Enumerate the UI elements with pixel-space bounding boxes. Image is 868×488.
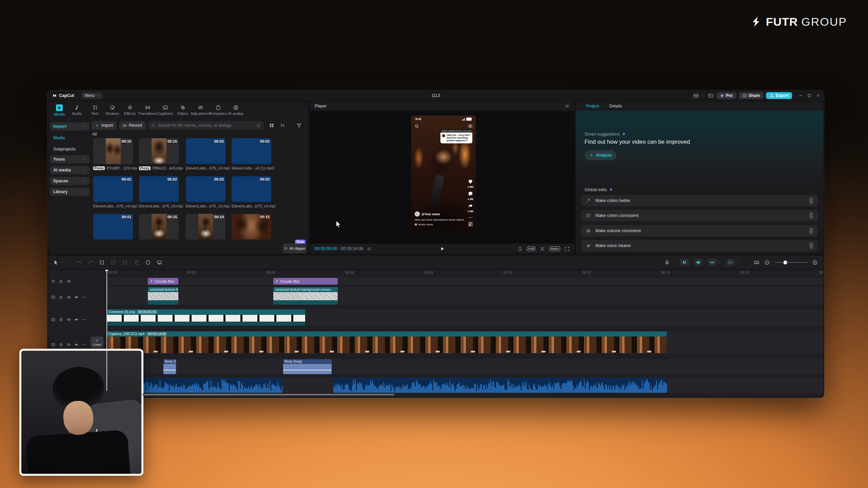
timeline-view-button[interactable] xyxy=(754,260,760,265)
lock-icon[interactable] xyxy=(59,279,63,284)
toggle-switch[interactable] xyxy=(809,212,813,219)
link-toggle[interactable] xyxy=(708,259,717,266)
texture-clip[interactable]: censored-texture-b xyxy=(148,287,178,305)
beep-audio-clip[interactable]: Beep (long) xyxy=(283,359,332,374)
split-left-button[interactable] xyxy=(111,260,116,265)
effect-clip[interactable]: Circular Blur xyxy=(273,278,338,285)
zoom-out-button[interactable] xyxy=(764,260,770,265)
snap-toggle[interactable] xyxy=(680,259,689,266)
media-item-video[interactable]: 00:15 xyxy=(93,138,133,164)
eye-icon[interactable] xyxy=(66,279,71,284)
eye-icon[interactable] xyxy=(66,317,71,322)
toggle-switch[interactable] xyxy=(809,242,813,249)
full-badge[interactable]: Full xyxy=(527,246,535,251)
auto-cut-toggle[interactable] xyxy=(694,259,703,266)
more-icon[interactable] xyxy=(82,317,87,322)
more-icon[interactable] xyxy=(82,342,87,347)
zoom-slider-knob[interactable] xyxy=(784,261,787,264)
zoom-slider[interactable] xyxy=(775,262,807,263)
playhead[interactable] xyxy=(105,270,108,393)
ratio-badge[interactable]: Ratio xyxy=(549,246,560,251)
video-track-icon[interactable] xyxy=(51,295,56,300)
redo-button[interactable] xyxy=(87,260,93,265)
lock-icon[interactable] xyxy=(59,295,63,300)
layout-select-icon[interactable] xyxy=(693,93,699,99)
track-mixer-toggle[interactable] xyxy=(726,259,735,266)
phone-check-icon[interactable] xyxy=(517,246,522,251)
close-icon[interactable] xyxy=(816,93,821,98)
fullscreen-icon[interactable] xyxy=(565,246,570,251)
smart-cut-button[interactable] xyxy=(157,260,162,265)
chevron-down-icon[interactable] xyxy=(736,261,739,264)
media-item-audio[interactable]: 00:02 xyxy=(139,176,179,202)
play-button[interactable] xyxy=(439,246,445,252)
minimize-icon[interactable] xyxy=(798,93,803,98)
video-preview[interactable]: 9:41 Reply to @username's comment Okay b… xyxy=(411,116,476,231)
tab-project[interactable]: Project xyxy=(586,104,599,108)
media-item-audio[interactable]: 00:02 xyxy=(93,176,133,202)
export-button[interactable]: Export xyxy=(766,92,792,99)
dialog-audio-clip[interactable] xyxy=(142,378,282,393)
delete-button[interactable] xyxy=(134,260,139,265)
pro-button[interactable]: Pro xyxy=(716,92,736,99)
cover-button[interactable]: Cover xyxy=(91,337,103,348)
eye-icon[interactable] xyxy=(66,295,71,300)
mask-button[interactable] xyxy=(145,260,151,265)
media-item-audio[interactable]: 00:01 xyxy=(93,214,133,240)
split-button[interactable] xyxy=(99,260,105,265)
voiceover-button[interactable] xyxy=(664,260,670,265)
analyze-button[interactable]: Analyze xyxy=(585,150,616,160)
waveform-bar xyxy=(169,390,170,393)
timeline-ruler[interactable]: 00:0000:0200:0400:0600:0800:1000:1200:14… xyxy=(106,270,823,276)
speaker-icon[interactable] xyxy=(74,317,79,322)
more-icon[interactable] xyxy=(82,295,87,300)
media-item-video[interactable]: 00:14 xyxy=(186,214,225,240)
comment-image-clip[interactable]: Comment (9).png 00:00:05:00 xyxy=(107,309,305,326)
global-edit-voice[interactable]: Make voice clearer xyxy=(581,240,818,251)
global-edit-palette[interactable]: Make colors consistent xyxy=(581,210,818,221)
media-item-audio[interactable]: 00:03 xyxy=(232,176,271,202)
menu-button[interactable]: Menu xyxy=(81,92,103,99)
layout-compact-icon[interactable] xyxy=(708,93,714,99)
captions-video-clip[interactable]: Captions_EBC2C3.mp4 00:00:14:06 xyxy=(107,331,667,353)
video-track-icon[interactable] xyxy=(51,317,56,322)
dialog-audio-clip[interactable] xyxy=(333,378,667,393)
split-right-button[interactable] xyxy=(122,260,128,265)
media-item-audio[interactable]: 00:02 xyxy=(232,138,271,164)
media-item-video[interactable]: 00:15 xyxy=(232,214,271,240)
zoom-in-button[interactable] xyxy=(812,260,818,265)
ai-clipper-button[interactable]: AI clipper xyxy=(283,244,307,253)
focus-icon[interactable] xyxy=(540,246,545,251)
media-item-video[interactable]: 00:15 xyxy=(139,138,179,164)
media-item-video[interactable]: 00:15 xyxy=(139,214,179,240)
speaker-icon[interactable] xyxy=(74,342,79,347)
tab-details[interactable]: Details xyxy=(609,104,622,108)
texture-clip[interactable]: censored-texture-background-censor- xyxy=(273,287,338,305)
timeline-scrollbar[interactable] xyxy=(142,394,394,395)
media-item-audio[interactable]: 00:02 xyxy=(186,176,225,202)
toggle-switch[interactable] xyxy=(809,227,813,234)
layout-chevron-icon[interactable] xyxy=(702,94,705,98)
undo-button[interactable] xyxy=(76,260,82,265)
beep-audio-clip[interactable]: Beep (long) xyxy=(163,359,176,374)
lock-icon[interactable] xyxy=(59,317,63,322)
eye-icon[interactable] xyxy=(66,342,71,347)
video-track-icon[interactable] xyxy=(51,342,56,347)
effect-clip[interactable]: Circular Blur xyxy=(148,278,178,285)
tool-chevron[interactable] xyxy=(61,261,64,264)
share-button[interactable]: Share xyxy=(739,92,763,99)
chevron-down-icon[interactable] xyxy=(718,261,721,264)
speaker-icon[interactable] xyxy=(74,295,79,300)
player-viewport[interactable]: 9:41 Reply to @username's comment Okay b… xyxy=(310,111,574,244)
select-tool[interactable] xyxy=(53,260,59,265)
global-edit-wand[interactable]: Make colors better xyxy=(581,195,818,206)
global-edit-sliders[interactable]: Make volume consistent xyxy=(581,225,818,237)
effects-track-icon[interactable] xyxy=(51,279,56,284)
lock-icon[interactable] xyxy=(59,342,63,347)
timeline[interactable]: Cover 00:0000:0200:0400:0600:0800:1000:1… xyxy=(48,270,823,397)
player-menu-icon[interactable] xyxy=(565,103,570,108)
toggle-switch[interactable] xyxy=(809,197,813,204)
media-item-audio[interactable]: 00:02 xyxy=(186,138,225,164)
frame-preview-icon[interactable] xyxy=(367,247,371,251)
maximize-icon[interactable] xyxy=(807,93,812,98)
